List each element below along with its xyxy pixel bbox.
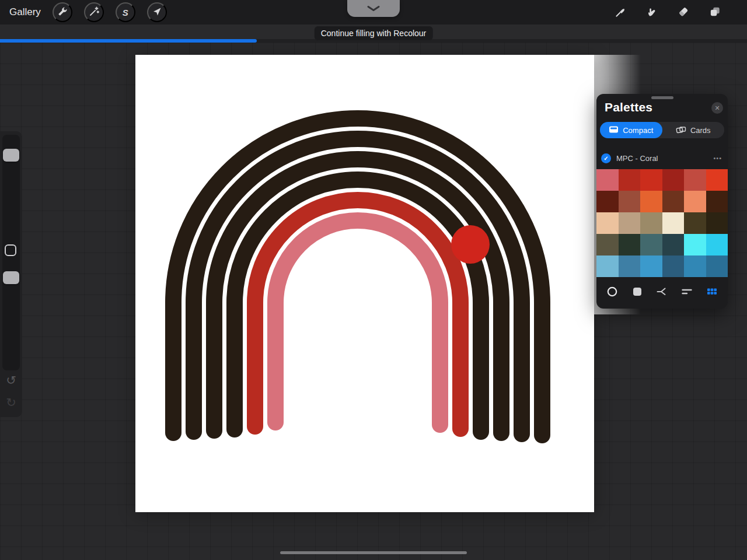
- mode-disc-button[interactable]: [604, 284, 620, 300]
- selected-check-icon: ✓: [601, 153, 611, 163]
- gallery-button[interactable]: Gallery: [9, 6, 41, 18]
- palette-swatch[interactable]: [684, 212, 706, 234]
- palette-swatch[interactable]: [619, 256, 641, 277]
- drawing-canvas[interactable]: [135, 55, 594, 512]
- palette-swatch[interactable]: [596, 234, 619, 256]
- swatch-grid: [596, 169, 728, 277]
- palette-swatch[interactable]: [662, 169, 685, 191]
- palette-swatch[interactable]: [596, 169, 619, 191]
- undo-button[interactable]: ↺: [0, 372, 22, 389]
- rainbow-artwork: [135, 55, 594, 512]
- view-mode-segmented: Compact Cards: [600, 122, 724, 138]
- horizontal-scroll-indicator[interactable]: [280, 551, 467, 554]
- erase-tool-button[interactable]: [677, 5, 690, 20]
- palette-swatch[interactable]: [640, 256, 662, 277]
- paintbrush-icon: [614, 11, 627, 20]
- palette-swatch[interactable]: [596, 256, 619, 277]
- close-panel-button[interactable]: ✕: [711, 102, 723, 114]
- palette-swatch[interactable]: [619, 234, 641, 256]
- palettes-panel: Palettes ✕ Compact Cards ✓ MPC - Coral: [596, 94, 728, 309]
- harmony-icon: [655, 285, 668, 300]
- palette-swatch[interactable]: [640, 234, 662, 256]
- palette-swatch[interactable]: [640, 169, 662, 191]
- cards-icon: [676, 125, 686, 135]
- magic-wand-icon: [88, 6, 100, 19]
- palette-swatch[interactable]: [662, 191, 685, 212]
- value-sliders-icon: [680, 285, 693, 300]
- recolour-tooltip: Continue filling with Recolour: [315, 26, 433, 40]
- mode-harmony-button[interactable]: [654, 284, 670, 300]
- chevron-down-icon: [367, 4, 380, 14]
- brush-size-slider[interactable]: [3, 149, 19, 162]
- red-paint-blob: [451, 225, 490, 264]
- palette-swatch[interactable]: [706, 256, 728, 277]
- palettes-grid-icon: [706, 285, 718, 300]
- layers-icon: [708, 11, 721, 20]
- rainbow-arc: [255, 200, 460, 429]
- tab-compact[interactable]: Compact: [600, 122, 662, 138]
- transform-button[interactable]: [147, 2, 167, 22]
- smudge-finger-icon: [645, 11, 658, 20]
- palette-swatch[interactable]: [640, 191, 662, 212]
- actions-button[interactable]: [53, 2, 72, 22]
- palette-swatch[interactable]: [619, 212, 641, 234]
- wrench-icon: [57, 6, 68, 19]
- palette-swatch[interactable]: [640, 212, 662, 234]
- palette-swatch[interactable]: [596, 212, 619, 234]
- palette-list-item[interactable]: ✓ MPC - Coral •••: [596, 150, 728, 166]
- brush-sidebar: ↺ ↻: [0, 131, 22, 417]
- palette-swatch[interactable]: [596, 191, 619, 212]
- palette-swatch[interactable]: [706, 169, 728, 191]
- tab-compact-label: Compact: [623, 126, 653, 135]
- palette-swatch[interactable]: [662, 234, 685, 256]
- modify-button[interactable]: [5, 244, 16, 256]
- palette-swatch[interactable]: [706, 212, 728, 234]
- palette-swatch[interactable]: [619, 191, 641, 212]
- mode-value-button[interactable]: [679, 284, 695, 300]
- paint-tool-button[interactable]: [614, 5, 627, 20]
- tab-cards-label: Cards: [690, 126, 711, 135]
- mode-classic-button[interactable]: [629, 284, 645, 300]
- palette-swatch[interactable]: [706, 191, 728, 212]
- color-mode-row: [596, 281, 728, 304]
- pulldown-tab[interactable]: [347, 0, 400, 17]
- palette-swatch[interactable]: [684, 191, 706, 212]
- rainbow-arc: [275, 220, 440, 425]
- selection-s-icon: S: [123, 8, 128, 18]
- classic-square-icon: [631, 285, 644, 300]
- smudge-tool-button[interactable]: [645, 5, 658, 20]
- disc-icon: [606, 285, 619, 300]
- palette-swatch[interactable]: [619, 169, 641, 191]
- palette-swatch[interactable]: [684, 169, 706, 191]
- eraser-icon: [677, 11, 690, 20]
- tab-cards[interactable]: Cards: [662, 122, 725, 138]
- layers-button[interactable]: [708, 5, 721, 20]
- palette-swatch[interactable]: [706, 234, 728, 256]
- panel-title: Palettes: [605, 100, 652, 114]
- palette-swatch[interactable]: [684, 256, 706, 277]
- transform-arrow-icon: [151, 6, 163, 19]
- palette-swatch[interactable]: [662, 212, 685, 234]
- palette-name: MPC - Coral: [616, 154, 658, 163]
- panel-drag-handle[interactable]: [651, 96, 673, 99]
- redo-button[interactable]: ↻: [0, 394, 22, 411]
- palette-options-button[interactable]: •••: [712, 150, 723, 166]
- recolour-progress-fill: [0, 39, 257, 43]
- mode-palettes-button[interactable]: [704, 284, 720, 300]
- palette-swatch[interactable]: [662, 256, 685, 277]
- palette-swatch[interactable]: [684, 234, 706, 256]
- compact-card-icon: [609, 125, 619, 135]
- adjustments-button[interactable]: [84, 2, 104, 22]
- brush-opacity-slider[interactable]: [3, 271, 19, 284]
- selection-button[interactable]: S: [116, 2, 135, 22]
